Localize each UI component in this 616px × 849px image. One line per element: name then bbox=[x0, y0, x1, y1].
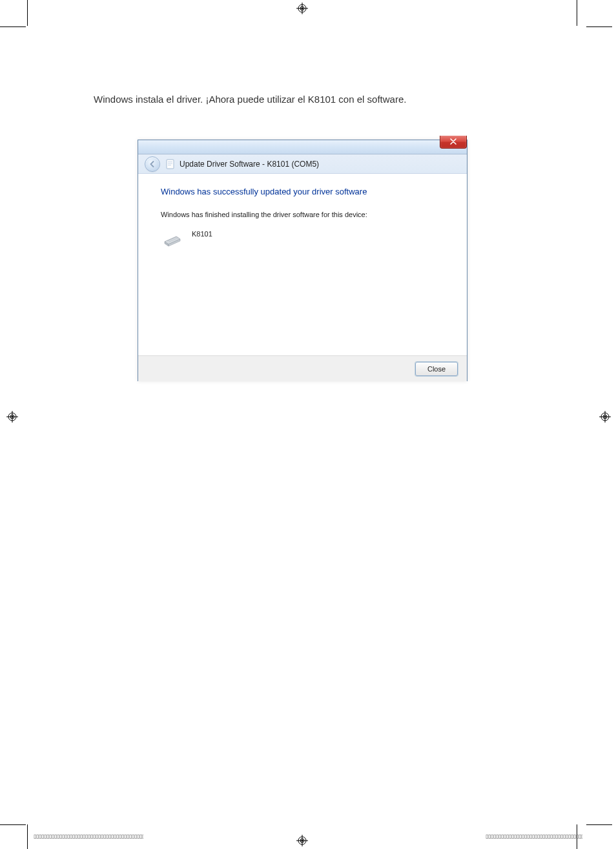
close-window-button[interactable] bbox=[440, 136, 467, 149]
close-button-label: Close bbox=[427, 365, 446, 373]
svg-rect-21 bbox=[168, 162, 172, 162]
svg-point-4 bbox=[302, 8, 303, 10]
finished-text: Windows has finished installing the driv… bbox=[161, 211, 444, 218]
dialog-title: Update Driver Software - K8101 (COM5) bbox=[180, 160, 319, 169]
arrow-left-icon bbox=[149, 160, 156, 168]
driver-update-dialog: Update Driver Software - K8101 (COM5) Wi… bbox=[138, 140, 467, 381]
svg-point-14 bbox=[604, 416, 606, 418]
crop-mark bbox=[27, 0, 28, 26]
registration-mark-icon bbox=[6, 411, 18, 423]
crop-mark bbox=[577, 0, 577, 26]
registration-mark-icon bbox=[599, 411, 611, 423]
crop-mark bbox=[586, 824, 612, 825]
svg-point-19 bbox=[302, 840, 303, 842]
back-button[interactable] bbox=[145, 156, 160, 172]
dialog-body: Windows has successfully updated your dr… bbox=[138, 174, 467, 355]
document-icon bbox=[165, 159, 174, 169]
crop-mark bbox=[27, 824, 28, 849]
dialog-footer: Close bbox=[138, 355, 467, 381]
footer-dotted-right: ▯▯▯▯▯▯▯▯▯▯▯▯▯▯▯▯▯▯▯▯▯▯▯▯▯▯▯▯▯▯▯▯▯▯▯▯▯▯▯▯… bbox=[486, 833, 582, 839]
svg-rect-20 bbox=[167, 160, 174, 169]
registration-mark-icon bbox=[296, 3, 308, 14]
svg-point-9 bbox=[12, 416, 14, 418]
device-name: K8101 bbox=[192, 230, 212, 238]
page-body-text: Windows instala el driver. ¡Ahora puede … bbox=[94, 94, 406, 105]
svg-rect-23 bbox=[168, 165, 171, 165]
device-row: K8101 bbox=[161, 230, 444, 247]
crop-mark bbox=[0, 824, 26, 825]
navigation-row: Update Driver Software - K8101 (COM5) bbox=[138, 154, 467, 174]
footer-dotted-left: ▯▯▯▯▯▯▯▯▯▯▯▯▯▯▯▯▯▯▯▯▯▯▯▯▯▯▯▯▯▯▯▯▯▯▯▯▯▯▯▯… bbox=[34, 833, 143, 839]
success-heading: Windows has successfully updated your dr… bbox=[161, 187, 444, 196]
svg-rect-22 bbox=[168, 163, 172, 163]
close-icon bbox=[450, 138, 457, 146]
device-icon bbox=[163, 234, 181, 247]
crop-mark bbox=[586, 26, 612, 27]
titlebar bbox=[138, 140, 467, 154]
registration-mark-icon bbox=[296, 835, 308, 846]
close-button[interactable]: Close bbox=[415, 362, 458, 376]
crop-mark bbox=[0, 26, 26, 27]
